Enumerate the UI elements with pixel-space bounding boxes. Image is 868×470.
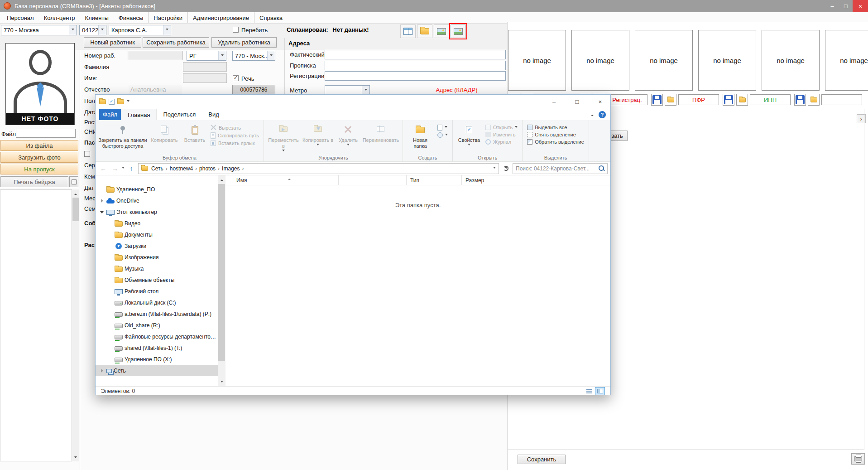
residence-address-input[interactable] <box>325 61 506 70</box>
paste-shortcut-button[interactable]: Вставить ярлык <box>209 141 261 146</box>
details-view-button[interactable] <box>584 387 594 395</box>
easy-access-button[interactable] <box>436 132 450 138</box>
override-checkbox[interactable] <box>233 27 239 33</box>
column-header-name[interactable]: Имя <box>225 175 339 185</box>
document-tab[interactable]: Регистрац. <box>607 94 647 105</box>
tab-view[interactable]: Вид <box>202 109 225 120</box>
rename-button[interactable]: Переименовать <box>362 121 400 143</box>
tree-item[interactable]: Документы <box>96 229 218 240</box>
tree-item[interactable]: Изображения <box>96 252 218 263</box>
minimize-button[interactable]: – <box>825 0 839 12</box>
open-document-folder-button[interactable] <box>808 94 820 106</box>
breadcrumb-item[interactable]: hostnew4 <box>168 165 195 172</box>
search-input[interactable]: Поиск: 04122-Карпова-Свет... <box>513 163 608 174</box>
dialog-close-button[interactable]: × <box>590 95 610 109</box>
tree-item[interactable]: Этот компьютер <box>96 206 218 218</box>
photo-slot[interactable]: no image <box>825 30 868 91</box>
tree-item[interactable]: Загрузки <box>96 240 218 252</box>
thumbnails-view-button[interactable] <box>595 387 605 395</box>
chevron-icon[interactable] <box>99 187 105 192</box>
tab-share[interactable]: Поделиться <box>157 109 202 120</box>
copy-path-button[interactable]: Скопировать путь <box>209 132 261 139</box>
office-select[interactable]: 770 - Москва <box>1 25 77 35</box>
photo-to-pass-button[interactable]: На пропуск <box>0 164 78 174</box>
document-tab[interactable] <box>821 94 862 105</box>
photo-from-file-button[interactable]: Из файла <box>0 140 78 151</box>
tree-item[interactable]: OneDrive <box>96 195 218 206</box>
upload-photo-button[interactable]: Загрузить фото <box>0 152 78 163</box>
patronymic-input[interactable]: Анатольевна <box>129 85 182 94</box>
invert-selection-button[interactable]: Обратить выделение <box>525 139 586 145</box>
chevron-icon[interactable] <box>107 289 113 294</box>
save-document-button[interactable] <box>723 94 734 106</box>
chevron-down-icon[interactable] <box>69 25 77 35</box>
tree-item[interactable]: Сеть <box>96 365 218 376</box>
quick-access-check-icon[interactable] <box>109 99 115 105</box>
dialog-maximize-button[interactable]: □ <box>567 95 587 109</box>
document-tab[interactable]: ПФР <box>678 94 719 105</box>
print-badge-button[interactable]: Печать бейджа <box>0 176 68 187</box>
tree-item[interactable]: Музыка <box>96 263 218 274</box>
chevron-down-icon[interactable] <box>493 167 496 170</box>
photo-slot[interactable]: no image <box>698 30 756 91</box>
document-tab[interactable]: ИНН <box>750 94 791 105</box>
chevron-icon[interactable] <box>107 345 113 351</box>
chevron-icon[interactable] <box>107 266 113 271</box>
tree-item[interactable]: Рабочий стол <box>96 286 218 297</box>
surname-input[interactable] <box>183 62 227 72</box>
scrollbar-thumb[interactable] <box>72 198 79 221</box>
photo-slot[interactable]: no image <box>571 30 629 91</box>
tab-home[interactable]: Главная <box>121 109 157 120</box>
chevron-icon[interactable] <box>107 323 113 328</box>
photo-slot[interactable]: no image <box>508 30 566 91</box>
chevron-down-icon[interactable] <box>98 25 106 35</box>
menu-item[interactable]: Персонал <box>2 12 39 23</box>
tree-item[interactable]: Объемные объекты <box>96 274 218 286</box>
chevron-icon[interactable] <box>107 300 113 305</box>
tree-item[interactable]: Локальный диск (C:) <box>96 297 218 308</box>
cut-button[interactable]: Вырезать <box>209 125 261 131</box>
column-header-blank[interactable] <box>339 175 407 185</box>
chevron-down-icon[interactable] <box>163 25 171 35</box>
name-input[interactable] <box>183 73 227 83</box>
breadcrumb-item[interactable]: Сеть <box>149 165 166 172</box>
breadcrumb-item[interactable]: photos <box>197 165 218 172</box>
chevron-down-icon[interactable] <box>218 51 226 60</box>
chevron-icon[interactable] <box>107 221 113 226</box>
kladr-address-link[interactable]: Адрес (КЛАДР) <box>408 87 506 93</box>
pin-to-quick-access-button[interactable]: Закрепить на панели быстрого доступа <box>98 121 147 149</box>
column-header-size[interactable]: Размер <box>462 175 516 185</box>
open-folder-button[interactable] <box>417 24 432 38</box>
menu-item[interactable]: Администрирование <box>187 12 254 23</box>
column-header-type[interactable]: Тип <box>407 175 462 185</box>
back-button[interactable]: ← <box>98 164 108 174</box>
photo-slot[interactable]: no image <box>635 30 693 91</box>
ribbon-collapse-button[interactable] <box>586 109 599 120</box>
scroll-down-arrow[interactable] <box>218 378 225 386</box>
save-employee-button[interactable]: Сохранить работника <box>143 37 209 48</box>
menu-item[interactable]: Справка <box>254 12 288 23</box>
history-button[interactable]: Журнал <box>484 139 519 145</box>
chevron-down-icon[interactable] <box>267 51 275 60</box>
tree-item[interactable]: Видео <box>96 218 218 229</box>
history-dropdown-icon[interactable] <box>122 167 125 170</box>
chevron-icon[interactable] <box>107 232 113 237</box>
properties-button[interactable]: Свойства <box>456 121 483 147</box>
maximize-button[interactable]: □ <box>839 0 853 12</box>
employee-code-select[interactable]: 04122 <box>79 25 106 35</box>
speech-checkbox[interactable] <box>233 75 239 81</box>
copy-to-button[interactable]: Копировать в <box>301 121 335 147</box>
scroll-up-arrow[interactable] <box>218 175 225 183</box>
chevron-icon[interactable] <box>107 277 113 283</box>
rg-select[interactable]: РГ <box>187 51 226 61</box>
save-document-button[interactable] <box>794 94 806 106</box>
chevron-icon[interactable] <box>107 255 113 260</box>
chevron-icon[interactable] <box>107 334 113 339</box>
print-button[interactable] <box>851 453 865 465</box>
new-folder-button[interactable]: Новая папка <box>406 121 435 149</box>
scroll-down-arrow[interactable] <box>72 454 79 461</box>
refresh-button[interactable] <box>501 164 511 174</box>
dialog-minimize-button[interactable]: – <box>544 95 564 109</box>
photo-view-button[interactable] <box>434 24 449 38</box>
open-document-folder-button[interactable] <box>665 94 676 106</box>
